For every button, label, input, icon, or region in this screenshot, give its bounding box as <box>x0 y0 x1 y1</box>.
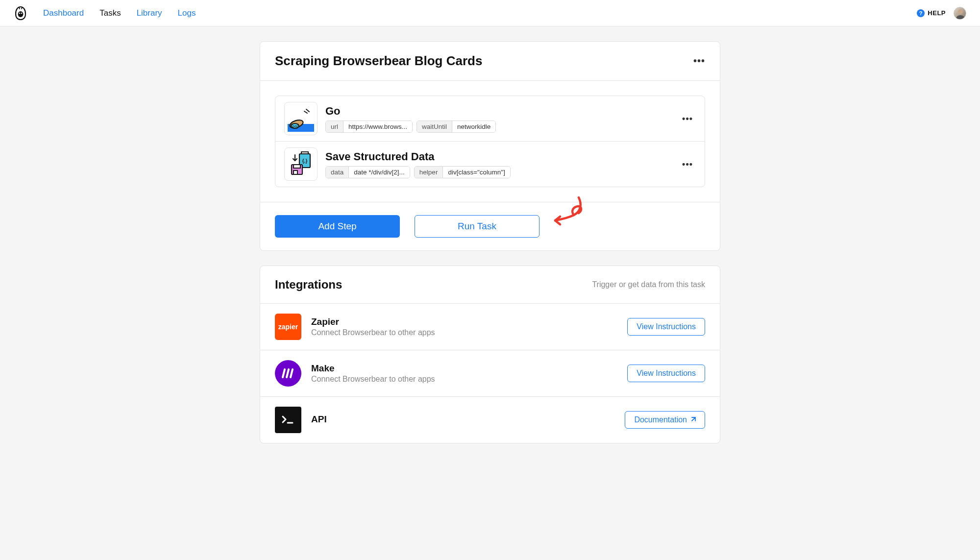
nav-logs[interactable]: Logs <box>178 8 196 18</box>
integration-api-content: API <box>311 414 615 426</box>
step-save-tags: data date */div/div[2]... helper div[cla… <box>325 166 671 178</box>
integration-api: API Documentation <box>260 397 720 443</box>
task-more-icon[interactable]: ••• <box>693 55 705 67</box>
make-icon <box>275 360 301 387</box>
integration-zapier-title: Zapier <box>311 317 617 327</box>
add-step-button[interactable]: Add Step <box>275 215 400 238</box>
nav-left: Dashboard Tasks Library Logs <box>14 5 196 21</box>
step-save-title: Save Structured Data <box>325 150 671 163</box>
svg-text:GO!: GO! <box>292 125 297 128</box>
step-go-more-icon[interactable]: ••• <box>679 114 696 124</box>
help-label: HELP <box>928 9 946 17</box>
tag-waituntil: waitUntil networkidle <box>416 121 496 133</box>
api-documentation-button[interactable]: Documentation <box>625 411 705 429</box>
integrations-header: Integrations Trigger or get data from th… <box>260 266 720 304</box>
zapier-instructions-button[interactable]: View Instructions <box>627 318 705 336</box>
svg-rect-11 <box>294 170 297 174</box>
step-save-content: Save Structured Data data date */div/div… <box>325 150 671 178</box>
step-go-tags: url https://www.brows... waitUntil netwo… <box>325 121 671 133</box>
step-save[interactable]: {.} Save Structured Data data dat <box>275 141 705 187</box>
task-actions: Add Step Run Task <box>260 202 720 250</box>
page: Scraping Browserbear Blog Cards ••• GO! <box>260 41 720 478</box>
svg-rect-10 <box>294 165 300 168</box>
task-header: Scraping Browserbear Blog Cards ••• <box>260 42 720 80</box>
go-icon: GO! <box>284 102 318 135</box>
integration-zapier: zapier Zapier Connect Browserbear to oth… <box>260 304 720 350</box>
make-instructions-button[interactable]: View Instructions <box>627 365 705 382</box>
steps-list: GO! Go url https://www.brows... <box>275 96 705 187</box>
tag-data: data date */div/div[2]... <box>325 166 410 178</box>
nav-right: ? HELP <box>917 7 966 20</box>
step-go[interactable]: GO! Go url https://www.brows... <box>275 96 705 141</box>
help-icon: ? <box>917 9 925 17</box>
task-panel: Scraping Browserbear Blog Cards ••• GO! <box>260 41 720 251</box>
integrations-panel: Integrations Trigger or get data from th… <box>260 266 720 443</box>
integration-api-title: API <box>311 414 615 425</box>
integration-zapier-desc: Connect Browserbear to other apps <box>311 328 617 337</box>
top-nav: Dashboard Tasks Library Logs ? HELP <box>0 0 980 26</box>
integration-make-title: Make <box>311 363 617 374</box>
nav-links: Dashboard Tasks Library Logs <box>43 8 196 18</box>
integrations-subtitle: Trigger or get data from this task <box>592 280 705 289</box>
help-button[interactable]: ? HELP <box>917 9 946 17</box>
integrations-title: Integrations <box>275 278 342 292</box>
integration-make-desc: Connect Browserbear to other apps <box>311 375 617 384</box>
step-save-more-icon[interactable]: ••• <box>679 159 696 170</box>
terminal-icon <box>275 407 301 433</box>
avatar[interactable] <box>954 7 966 20</box>
tag-helper: helper div[class="column"] <box>414 166 511 178</box>
svg-point-1 <box>19 12 21 14</box>
save-icon: {.} <box>284 147 318 181</box>
nav-library[interactable]: Library <box>137 8 162 18</box>
nav-dashboard[interactable]: Dashboard <box>43 8 84 18</box>
integration-zapier-content: Zapier Connect Browserbear to other apps <box>311 317 617 337</box>
svg-text:{.}: {.} <box>302 158 308 164</box>
zapier-icon: zapier <box>275 314 301 340</box>
step-go-title: Go <box>325 105 671 118</box>
run-task-button[interactable]: Run Task <box>415 215 539 238</box>
tag-url: url https://www.brows... <box>325 121 413 133</box>
task-title: Scraping Browserbear Blog Cards <box>275 53 482 69</box>
svg-point-0 <box>18 11 24 17</box>
svg-point-2 <box>21 12 23 14</box>
external-link-icon <box>690 417 696 423</box>
steps-body: GO! Go url https://www.brows... <box>260 80 720 202</box>
integration-make: Make Connect Browserbear to other apps V… <box>260 350 720 397</box>
nav-tasks[interactable]: Tasks <box>99 8 121 18</box>
step-go-content: Go url https://www.brows... waitUntil ne… <box>325 105 671 133</box>
integration-make-content: Make Connect Browserbear to other apps <box>311 363 617 384</box>
logo-icon[interactable] <box>14 5 27 21</box>
